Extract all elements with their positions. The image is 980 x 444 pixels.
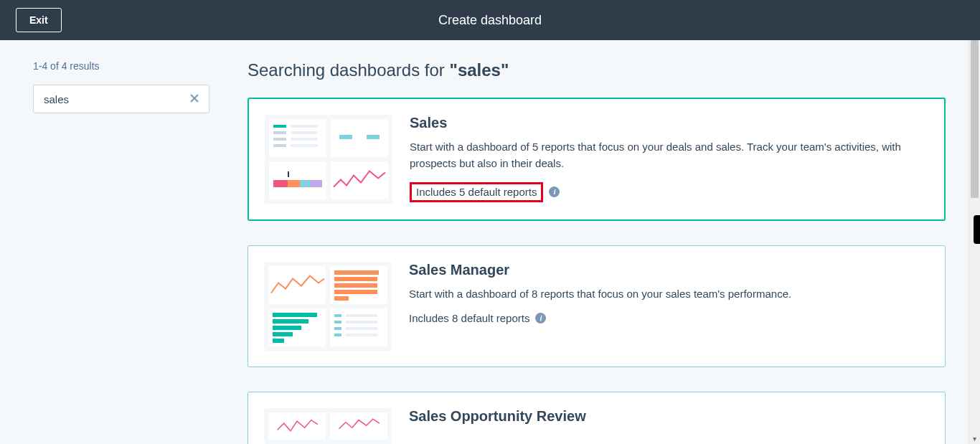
thumb-line-chart-icon (330, 412, 387, 440)
card-body: Sales Opportunity Review (409, 408, 929, 444)
content: Searching dashboards for "sales" Sales S… (248, 40, 980, 444)
side-handle[interactable] (974, 215, 980, 244)
info-icon[interactable]: i (535, 313, 546, 323)
dashboard-thumbnail (264, 408, 392, 444)
search-heading: Searching dashboards for "sales" (248, 60, 946, 80)
thumb-line-chart-icon (331, 161, 388, 199)
card-title: Sales Opportunity Review (409, 408, 929, 425)
thumb-pipeline-icon (331, 119, 388, 157)
includes-text: Includes 8 default reports (409, 312, 529, 324)
info-icon[interactable]: i (549, 186, 560, 197)
scrollbar-thumb[interactable] (971, 40, 979, 198)
dashboard-card-sales[interactable]: Sales Start with a dashboard of 5 report… (248, 98, 946, 221)
thumb-hbar-orange-icon (330, 266, 387, 304)
dashboard-thumbnail (264, 262, 392, 351)
card-description: Start with a dashboard of 5 reports that… (410, 138, 928, 172)
search-input[interactable] (44, 93, 187, 105)
search-heading-term: "sales" (450, 60, 509, 80)
scroll-down-icon[interactable]: ▾ (969, 433, 980, 444)
includes-text: Includes 5 default reports (416, 186, 537, 198)
card-body: Sales Start with a dashboard of 5 report… (410, 115, 928, 204)
thumb-table-icon (269, 119, 326, 157)
search-box (33, 85, 209, 113)
card-title: Sales (410, 115, 928, 131)
sidebar: 1-4 of 4 results (0, 40, 248, 444)
clear-search-button[interactable] (187, 92, 202, 106)
card-description: Start with a dashboard of 8 reports that… (409, 285, 929, 302)
dashboard-card-sales-manager[interactable]: Sales Manager Start with a dashboard of … (248, 245, 946, 367)
thumb-stacked-bar-icon (269, 161, 326, 199)
card-body: Sales Manager Start with a dashboard of … (409, 262, 929, 351)
includes-row: Includes 8 default reports i (409, 312, 929, 324)
exit-button[interactable]: Exit (16, 8, 62, 32)
body: 1-4 of 4 results Searching dashboards fo… (0, 40, 980, 444)
top-bar: Exit Create dashboard (0, 0, 980, 40)
card-title: Sales Manager (409, 262, 929, 278)
includes-row: Includes 5 default reports i (410, 182, 928, 202)
thumb-hbar-teal-icon (268, 308, 326, 346)
thumb-list-icon (330, 308, 387, 346)
results-count: 1-4 of 4 results (33, 60, 230, 72)
thumb-line-chart-icon (268, 266, 326, 304)
close-icon (189, 91, 200, 107)
highlight-annotation: Includes 5 default reports (410, 182, 543, 202)
search-heading-prefix: Searching dashboards for (248, 60, 450, 80)
page-title: Create dashboard (438, 13, 542, 28)
thumb-line-chart-icon (268, 412, 326, 440)
dashboard-card-sales-opportunity-review[interactable]: Sales Opportunity Review (248, 392, 946, 444)
dashboard-thumbnail (265, 115, 392, 204)
